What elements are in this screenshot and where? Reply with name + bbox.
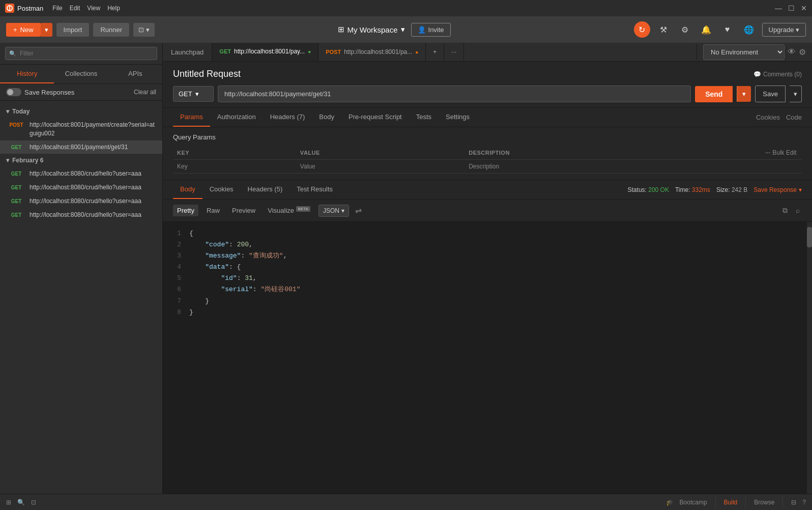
wrap-icon[interactable]: ⇌: [353, 204, 364, 217]
clear-all-button[interactable]: Clear all: [134, 89, 156, 96]
proxy-button[interactable]: ⊡ ▾: [133, 23, 155, 37]
menu-file[interactable]: File: [52, 5, 62, 12]
launchpad-tab[interactable]: Launchpad: [163, 43, 212, 61]
res-tab-test-results[interactable]: Test Results: [289, 180, 340, 199]
section-header-feb[interactable]: ▾ February 6: [0, 154, 162, 167]
cookies-link[interactable]: Cookies: [756, 114, 780, 121]
environment-select[interactable]: No Environment: [703, 44, 785, 60]
new-dropdown-button[interactable]: ▾: [41, 23, 52, 37]
scrollbar-thumb[interactable]: [807, 227, 812, 247]
tab-collections[interactable]: Collections: [54, 65, 108, 83]
tab-url-post: http://localhost:8001/pa...: [344, 48, 412, 55]
search-in-response-icon[interactable]: ⌕: [794, 204, 802, 217]
history-item[interactable]: GET http://localhost:8001/payment/get/31: [0, 140, 162, 154]
history-item[interactable]: GET http://localhost:8080/crud/hello?use…: [0, 194, 162, 208]
save-dropdown-button[interactable]: ▾: [790, 86, 802, 102]
res-tab-headers[interactable]: Headers (5): [241, 180, 290, 199]
browse-button[interactable]: Browse: [754, 499, 774, 506]
tab-apis[interactable]: APIs: [108, 65, 162, 83]
send-button[interactable]: Send: [695, 86, 733, 102]
send-dropdown-button[interactable]: ▾: [737, 86, 751, 102]
history-item[interactable]: POST http://localhost:8001/payment/creat…: [0, 118, 162, 140]
build-button[interactable]: Build: [724, 499, 738, 506]
req-tab-params[interactable]: Params: [173, 108, 210, 127]
menu-view[interactable]: View: [87, 5, 100, 12]
description-placeholder[interactable]: Description: [465, 160, 761, 174]
req-tab-tests[interactable]: Tests: [409, 108, 439, 127]
value-placeholder[interactable]: Value: [296, 160, 465, 174]
format-select[interactable]: JSON ▾: [318, 205, 349, 217]
globe-button[interactable]: 🌐: [741, 21, 757, 38]
more-tabs-button[interactable]: ···: [444, 43, 464, 61]
more-icon[interactable]: ···: [765, 150, 771, 156]
console-icon[interactable]: ⊡: [31, 499, 36, 506]
maximize-button[interactable]: ☐: [788, 4, 795, 12]
code-line-1: 1 {: [173, 228, 802, 239]
code-link[interactable]: Code: [786, 114, 802, 121]
save-response-button[interactable]: Save Response ▾: [753, 186, 802, 193]
layout-icon[interactable]: ⊟: [791, 499, 796, 506]
bootcamp-label[interactable]: Bootcamp: [680, 499, 707, 506]
visualize-button[interactable]: Visualize BETA: [264, 205, 314, 216]
tab-history[interactable]: History: [0, 65, 54, 83]
res-tab-cookies[interactable]: Cookies: [202, 180, 241, 199]
section-title-feb: February 6: [12, 157, 43, 164]
invite-button[interactable]: 👤 Invite: [411, 23, 451, 37]
response-tabs-bar: Body Cookies Headers (5) Test Results St…: [163, 180, 812, 200]
add-tab-button[interactable]: +: [426, 43, 444, 61]
save-responses-toggle[interactable]: [6, 88, 21, 96]
help-icon[interactable]: ?: [802, 499, 806, 506]
workspace-button[interactable]: ⊞ My Workspace ▾: [338, 25, 405, 34]
history-item[interactable]: GET http://localhost:8080/crud/hello?use…: [0, 181, 162, 194]
method-select[interactable]: GET ▾: [173, 86, 214, 102]
raw-button[interactable]: Raw: [202, 205, 224, 216]
chevron-right-icon: ▾: [6, 157, 9, 164]
get-request-tab[interactable]: GET http://localhost:8001/pay... ●: [212, 43, 318, 61]
res-tab-body[interactable]: Body: [173, 180, 202, 199]
copy-icon[interactable]: ⧉: [780, 204, 790, 217]
section-header-today[interactable]: ▾ Today: [0, 105, 162, 118]
close-button[interactable]: ✕: [801, 4, 807, 12]
req-tab-headers[interactable]: Headers (7): [263, 108, 312, 127]
wrench-button[interactable]: ⚒: [655, 21, 672, 38]
pretty-button[interactable]: Pretty: [173, 205, 198, 216]
upgrade-chevron-icon: ▾: [796, 26, 799, 34]
env-controls: No Environment 👁 ⚙: [697, 44, 812, 60]
preview-button[interactable]: Preview: [228, 205, 259, 216]
settings-button[interactable]: ⚙: [677, 21, 693, 38]
req-tab-settings[interactable]: Settings: [439, 108, 477, 127]
import-button[interactable]: Import: [56, 23, 90, 37]
upgrade-button[interactable]: Upgrade ▾: [762, 23, 806, 37]
notifications-button[interactable]: 🔔: [698, 21, 714, 38]
req-tab-body[interactable]: Body: [312, 108, 341, 127]
comments-button[interactable]: 💬 Comments (0): [753, 71, 802, 78]
heart-button[interactable]: ♥: [719, 21, 736, 38]
method-badge-get: GET: [7, 211, 25, 219]
settings-icon[interactable]: ⚙: [799, 47, 806, 57]
new-button[interactable]: + New: [6, 23, 41, 37]
request-tabs: Params Authorization Headers (7) Body Pr…: [163, 108, 812, 127]
sidebar: 🔍 History Collections APIs Save Response…: [0, 43, 163, 494]
url-input[interactable]: [218, 86, 691, 102]
menu-help[interactable]: Help: [107, 5, 120, 12]
post-request-tab[interactable]: POST http://localhost:8001/pa... ●: [318, 43, 426, 61]
req-tab-pre-request[interactable]: Pre-request Script: [341, 108, 409, 127]
minimize-button[interactable]: —: [775, 4, 782, 12]
history-item[interactable]: GET http://localhost:8080/crud/hello?use…: [0, 208, 162, 222]
method-chevron-icon: ▾: [195, 90, 199, 98]
history-item[interactable]: GET http://localhost:8080/crud/hello?use…: [0, 167, 162, 181]
search-statusbar-icon[interactable]: 🔍: [17, 499, 25, 506]
menu-edit[interactable]: Edit: [70, 5, 80, 12]
filter-input[interactable]: [5, 47, 157, 60]
req-tab-authorization[interactable]: Authorization: [210, 108, 263, 127]
eye-icon[interactable]: 👁: [788, 47, 796, 56]
plus-icon: +: [13, 26, 17, 34]
runner-button[interactable]: Runner: [93, 23, 129, 37]
bulk-edit-button[interactable]: Bulk Edit: [772, 149, 796, 156]
sidebar-icon[interactable]: ⊞: [6, 499, 11, 506]
status-label: Status: 200 OK: [628, 186, 669, 193]
key-placeholder[interactable]: Key: [173, 160, 296, 174]
scrollbar-track[interactable]: [807, 222, 812, 494]
save-button[interactable]: Save: [755, 86, 786, 102]
sync-button[interactable]: ↻: [634, 21, 650, 38]
